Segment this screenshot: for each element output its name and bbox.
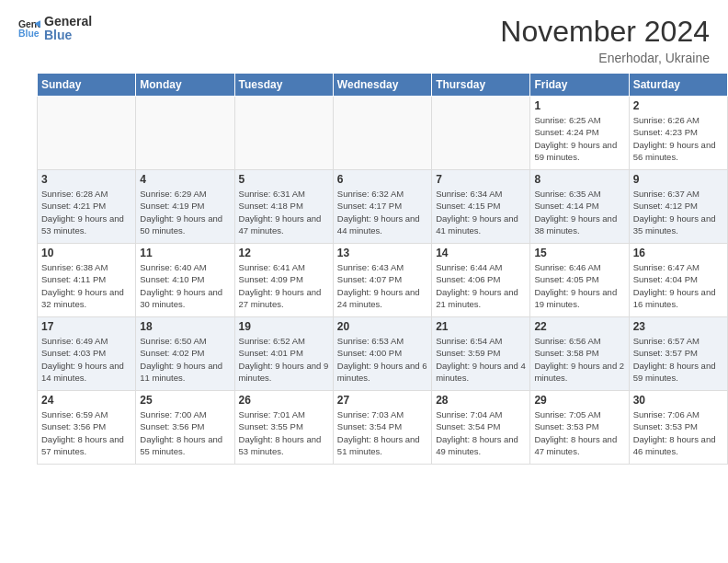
day-info: Sunrise: 6:38 AM Sunset: 4:11 PM Dayligh… bbox=[41, 261, 131, 310]
day-info: Sunrise: 6:57 AM Sunset: 3:57 PM Dayligh… bbox=[633, 335, 723, 384]
day-number: 22 bbox=[534, 320, 624, 333]
table-row: 2Sunrise: 6:26 AM Sunset: 4:23 PM Daylig… bbox=[629, 97, 727, 170]
day-info: Sunrise: 6:41 AM Sunset: 4:09 PM Dayligh… bbox=[239, 261, 329, 310]
table-row: 13Sunrise: 6:43 AM Sunset: 4:07 PM Dayli… bbox=[333, 244, 431, 317]
col-sunday: Sunday bbox=[38, 74, 136, 97]
calendar-week-row: 24Sunrise: 6:59 AM Sunset: 3:56 PM Dayli… bbox=[38, 391, 728, 465]
day-number: 14 bbox=[436, 247, 526, 259]
table-row bbox=[432, 97, 530, 170]
day-info: Sunrise: 6:52 AM Sunset: 4:01 PM Dayligh… bbox=[239, 335, 329, 384]
day-number: 16 bbox=[633, 247, 723, 259]
day-info: Sunrise: 7:01 AM Sunset: 3:55 PM Dayligh… bbox=[239, 408, 329, 457]
day-number: 30 bbox=[633, 394, 723, 407]
month-year-title: November 2024 bbox=[500, 15, 710, 49]
table-row: 28Sunrise: 7:04 AM Sunset: 3:54 PM Dayli… bbox=[432, 391, 530, 465]
location-subtitle: Enerhodar, Ukraine bbox=[500, 51, 710, 65]
table-row: 16Sunrise: 6:47 AM Sunset: 4:04 PM Dayli… bbox=[629, 244, 727, 317]
table-row: 1Sunrise: 6:25 AM Sunset: 4:24 PM Daylig… bbox=[530, 97, 629, 170]
table-row bbox=[234, 97, 333, 170]
table-row: 23Sunrise: 6:57 AM Sunset: 3:57 PM Dayli… bbox=[629, 317, 727, 391]
day-number: 11 bbox=[140, 247, 230, 259]
day-info: Sunrise: 6:37 AM Sunset: 4:12 PM Dayligh… bbox=[633, 188, 723, 236]
calendar-week-row: 1Sunrise: 6:25 AM Sunset: 4:24 PM Daylig… bbox=[38, 97, 728, 170]
day-info: Sunrise: 7:04 AM Sunset: 3:54 PM Dayligh… bbox=[436, 408, 526, 457]
table-row: 7Sunrise: 6:34 AM Sunset: 4:15 PM Daylig… bbox=[432, 170, 530, 244]
day-number: 12 bbox=[239, 247, 329, 259]
day-number: 25 bbox=[140, 394, 230, 407]
day-number: 18 bbox=[140, 320, 230, 333]
table-row: 27Sunrise: 7:03 AM Sunset: 3:54 PM Dayli… bbox=[333, 391, 431, 465]
col-tuesday: Tuesday bbox=[234, 74, 333, 97]
calendar-table: Sunday Monday Tuesday Wednesday Thursday… bbox=[37, 73, 728, 465]
day-info: Sunrise: 6:29 AM Sunset: 4:19 PM Dayligh… bbox=[140, 188, 230, 236]
day-info: Sunrise: 6:31 AM Sunset: 4:18 PM Dayligh… bbox=[239, 188, 329, 236]
day-number: 13 bbox=[337, 247, 427, 259]
table-row: 14Sunrise: 6:44 AM Sunset: 4:06 PM Dayli… bbox=[432, 244, 530, 317]
col-friday: Friday bbox=[530, 74, 629, 97]
table-row: 22Sunrise: 6:56 AM Sunset: 3:58 PM Dayli… bbox=[530, 317, 629, 391]
day-info: Sunrise: 6:56 AM Sunset: 3:58 PM Dayligh… bbox=[534, 335, 624, 384]
table-row: 30Sunrise: 7:06 AM Sunset: 3:53 PM Dayli… bbox=[629, 391, 727, 465]
table-row: 4Sunrise: 6:29 AM Sunset: 4:19 PM Daylig… bbox=[136, 170, 234, 244]
day-info: Sunrise: 6:46 AM Sunset: 4:05 PM Dayligh… bbox=[534, 261, 624, 310]
logo-general: General bbox=[44, 15, 92, 29]
day-number: 3 bbox=[41, 173, 131, 186]
day-number: 29 bbox=[534, 394, 624, 407]
day-info: Sunrise: 7:06 AM Sunset: 3:53 PM Dayligh… bbox=[633, 408, 723, 457]
day-info: Sunrise: 6:34 AM Sunset: 4:15 PM Dayligh… bbox=[436, 188, 526, 236]
day-number: 28 bbox=[436, 394, 526, 407]
table-row: 26Sunrise: 7:01 AM Sunset: 3:55 PM Dayli… bbox=[234, 391, 333, 465]
day-info: Sunrise: 6:59 AM Sunset: 3:56 PM Dayligh… bbox=[41, 408, 131, 457]
table-row: 15Sunrise: 6:46 AM Sunset: 4:05 PM Dayli… bbox=[530, 244, 629, 317]
table-row: 12Sunrise: 6:41 AM Sunset: 4:09 PM Dayli… bbox=[234, 244, 333, 317]
table-row bbox=[38, 97, 136, 170]
table-row: 18Sunrise: 6:50 AM Sunset: 4:02 PM Dayli… bbox=[136, 317, 234, 391]
table-row: 10Sunrise: 6:38 AM Sunset: 4:11 PM Dayli… bbox=[38, 244, 136, 317]
table-row bbox=[333, 97, 431, 170]
logo-icon: General Blue bbox=[18, 17, 40, 40]
table-row: 6Sunrise: 6:32 AM Sunset: 4:17 PM Daylig… bbox=[333, 170, 431, 244]
table-row: 21Sunrise: 6:54 AM Sunset: 3:59 PM Dayli… bbox=[432, 317, 530, 391]
table-row: 25Sunrise: 7:00 AM Sunset: 3:56 PM Dayli… bbox=[136, 391, 234, 465]
table-row: 19Sunrise: 6:52 AM Sunset: 4:01 PM Dayli… bbox=[234, 317, 333, 391]
col-monday: Monday bbox=[136, 74, 234, 97]
day-number: 27 bbox=[337, 394, 427, 407]
day-info: Sunrise: 7:00 AM Sunset: 3:56 PM Dayligh… bbox=[140, 408, 230, 457]
calendar-week-row: 10Sunrise: 6:38 AM Sunset: 4:11 PM Dayli… bbox=[38, 244, 728, 317]
day-number: 8 bbox=[534, 173, 624, 186]
day-number: 1 bbox=[534, 99, 624, 112]
day-info: Sunrise: 6:44 AM Sunset: 4:06 PM Dayligh… bbox=[436, 261, 526, 310]
day-number: 20 bbox=[337, 320, 427, 333]
day-number: 5 bbox=[239, 173, 329, 186]
day-number: 6 bbox=[337, 173, 427, 186]
day-info: Sunrise: 6:35 AM Sunset: 4:14 PM Dayligh… bbox=[534, 188, 624, 236]
day-info: Sunrise: 6:40 AM Sunset: 4:10 PM Dayligh… bbox=[140, 261, 230, 310]
day-info: Sunrise: 6:49 AM Sunset: 4:03 PM Dayligh… bbox=[41, 335, 131, 384]
day-number: 7 bbox=[436, 173, 526, 186]
day-number: 23 bbox=[633, 320, 723, 333]
table-row: 11Sunrise: 6:40 AM Sunset: 4:10 PM Dayli… bbox=[136, 244, 234, 317]
svg-text:Blue: Blue bbox=[18, 29, 40, 39]
table-row: 8Sunrise: 6:35 AM Sunset: 4:14 PM Daylig… bbox=[530, 170, 629, 244]
day-info: Sunrise: 6:47 AM Sunset: 4:04 PM Dayligh… bbox=[633, 261, 723, 310]
day-info: Sunrise: 6:43 AM Sunset: 4:07 PM Dayligh… bbox=[337, 261, 427, 310]
table-row: 24Sunrise: 6:59 AM Sunset: 3:56 PM Dayli… bbox=[38, 391, 136, 465]
day-info: Sunrise: 6:32 AM Sunset: 4:17 PM Dayligh… bbox=[337, 188, 427, 236]
day-info: Sunrise: 7:05 AM Sunset: 3:53 PM Dayligh… bbox=[534, 408, 624, 457]
col-wednesday: Wednesday bbox=[333, 74, 431, 97]
day-number: 9 bbox=[633, 173, 723, 186]
table-row bbox=[136, 97, 234, 170]
day-number: 15 bbox=[534, 247, 624, 259]
logo: General Blue General Blue bbox=[18, 15, 92, 43]
day-number: 24 bbox=[41, 394, 131, 407]
day-info: Sunrise: 7:03 AM Sunset: 3:54 PM Dayligh… bbox=[337, 408, 427, 457]
calendar-container: Sunday Monday Tuesday Wednesday Thursday… bbox=[0, 73, 728, 465]
day-info: Sunrise: 6:28 AM Sunset: 4:21 PM Dayligh… bbox=[41, 188, 131, 236]
title-block: November 2024 Enerhodar, Ukraine bbox=[500, 15, 710, 65]
page-header: General Blue General Blue November 2024 … bbox=[0, 0, 728, 73]
table-row: 3Sunrise: 6:28 AM Sunset: 4:21 PM Daylig… bbox=[38, 170, 136, 244]
day-number: 21 bbox=[436, 320, 526, 333]
day-number: 10 bbox=[41, 247, 131, 259]
calendar-week-row: 17Sunrise: 6:49 AM Sunset: 4:03 PM Dayli… bbox=[38, 317, 728, 391]
table-row: 5Sunrise: 6:31 AM Sunset: 4:18 PM Daylig… bbox=[234, 170, 333, 244]
